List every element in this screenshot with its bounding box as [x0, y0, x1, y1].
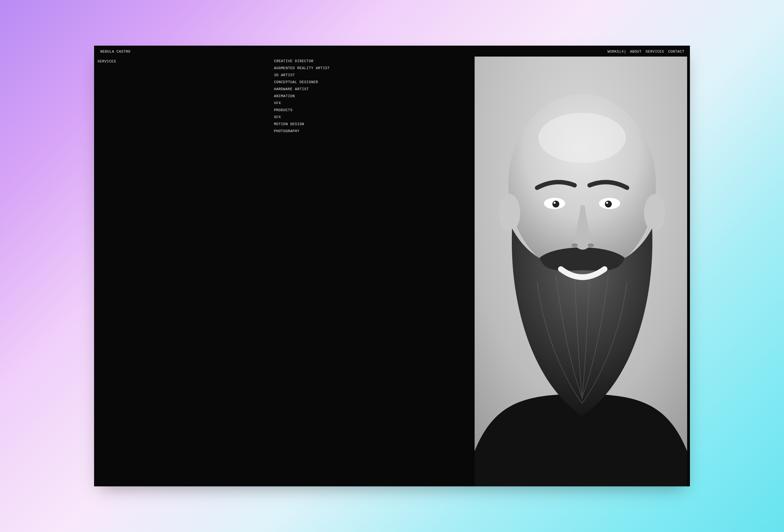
svg-point-13	[538, 113, 626, 163]
topbar: NEBULA CASTRO WORKS(4) ABOUT SERVICES CO…	[94, 46, 690, 57]
section-title-column: SERVICES	[97, 57, 274, 486]
brand-name[interactable]: NEBULA CASTRO	[100, 50, 131, 54]
service-item: SFX	[274, 114, 475, 121]
svg-point-7	[553, 201, 559, 208]
service-item: PHOTOGRAPHY	[274, 128, 475, 135]
svg-point-3	[499, 194, 520, 231]
services-list: CREATIVE DIRECTOR AUGMENTED REALITY ARTI…	[274, 58, 475, 135]
service-item: CONCEPTUAL DESIGNER	[274, 79, 475, 86]
svg-point-9	[554, 202, 556, 204]
service-item: VFX	[274, 100, 475, 107]
service-item: PRODUCTS	[274, 107, 475, 114]
nav-about[interactable]: ABOUT	[630, 50, 642, 54]
section-title: SERVICES	[97, 59, 274, 63]
portrait-column	[475, 57, 687, 486]
svg-point-11	[571, 243, 578, 247]
svg-point-12	[588, 243, 594, 247]
nav-services[interactable]: SERVICES	[645, 50, 664, 54]
main-nav: WORKS(4) ABOUT SERVICES CONTACT	[608, 50, 684, 54]
service-item: CREATIVE DIRECTOR	[274, 58, 475, 65]
svg-point-10	[606, 202, 608, 204]
svg-point-4	[644, 194, 665, 231]
service-item: 3D ARTIST	[274, 72, 475, 79]
service-item: AUGMENTED REALITY ARTIST	[274, 65, 475, 72]
nav-contact[interactable]: CONTACT	[668, 50, 684, 54]
portfolio-page: NEBULA CASTRO WORKS(4) ABOUT SERVICES CO…	[94, 46, 690, 486]
content-area: SERVICES CREATIVE DIRECTOR AUGMENTED REA…	[94, 57, 690, 486]
service-item: ANIMATION	[274, 93, 475, 100]
portrait-photo	[475, 57, 687, 486]
services-column: CREATIVE DIRECTOR AUGMENTED REALITY ARTI…	[274, 57, 475, 486]
svg-point-8	[605, 201, 612, 208]
nav-works[interactable]: WORKS(4)	[608, 50, 626, 54]
service-item: MOTION DESIGN	[274, 121, 475, 128]
service-item: HARDWARE ARTIST	[274, 86, 475, 93]
